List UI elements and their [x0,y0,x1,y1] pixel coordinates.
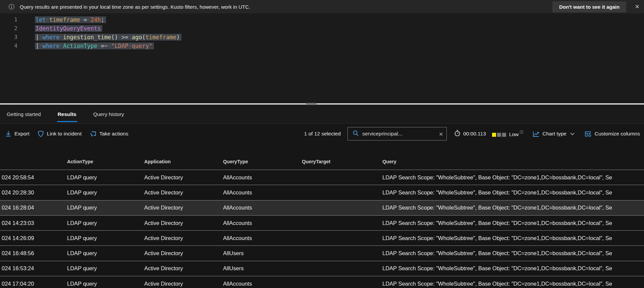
cell-querytype: AllAccounts [223,205,302,211]
take-actions-icon [90,131,96,137]
resource-info-icon[interactable]: ⓘ [520,130,523,135]
take-actions-label: Take actions [99,131,128,137]
code-token: · [80,16,84,23]
selection-highlight: |·where·ActionType·=~·"LDAP·query" [35,43,154,49]
code-token: · [108,43,111,49]
code-line[interactable]: 3|·where·ingestion_time()·>=·ago(timefra… [0,33,644,42]
cell-querytype: AllAccounts [223,189,302,196]
code-token: where [43,34,60,41]
splitter-drag-handle[interactable] [306,103,317,105]
usage-square-2 [497,133,501,137]
search-icon [353,130,359,138]
timer-value: 00:00.113 [463,131,486,137]
code-token: ActionType [63,43,97,49]
table-header: ActionType Application QueryType QueryTa… [0,144,644,170]
cell-timestamp: 024 16:48:56 [0,250,67,256]
tab-getting-started[interactable]: Getting started [6,107,42,122]
query-duration: 00:00.113 [454,130,486,138]
code-token: | [36,34,39,41]
export-label: Export [14,131,30,137]
column-header-application[interactable]: Application [144,159,223,164]
code-token: () [111,34,118,41]
code-token: · [39,34,42,41]
results-toolbar: Export Link to incident Take actions 1 o… [0,124,644,144]
tab-results[interactable]: Results [57,107,77,122]
code-token: · [118,34,121,41]
code-token: | [36,43,39,49]
close-icon[interactable]: × [635,3,639,10]
tab-query-history[interactable]: Query history [93,107,125,122]
cell-actiontype: LDAP query [67,250,144,256]
table-row[interactable]: 024 20:28:30 LDAP query Active Directory… [0,185,644,200]
cell-actiontype: LDAP query [67,189,144,196]
cell-query: LDAP Search Scope: "WholeSubtree", Base … [382,205,644,211]
column-header-querytarget[interactable]: QueryTarget [302,159,382,164]
code-token: ( [142,34,145,41]
cell-timestamp: 024 20:28:30 [0,189,67,196]
cell-actiontype: LDAP query [67,235,144,241]
cell-query: LDAP Search Scope: "WholeSubtree", Base … [382,265,644,272]
cell-query: LDAP Search Scope: "WholeSubtree", Base … [382,235,644,241]
cell-querytype: AllUsers [223,265,302,272]
cell-timestamp: 024 16:53:24 [0,265,67,272]
chart-type-button[interactable]: Chart type [533,131,575,137]
clear-search-icon[interactable]: × [439,130,443,137]
table-row[interactable]: 024 17:04:20 LDAP query Active Directory… [0,276,644,288]
cell-application: Active Directory [144,189,223,196]
code-token: "LDAP·query" [111,43,152,49]
code-line[interactable]: 1let·timeframe·=·24h; [0,15,644,24]
cell-actiontype: LDAP query [67,205,144,211]
cell-application: Active Directory [144,174,223,181]
results-search-box[interactable]: × [347,127,447,140]
selection-highlight: IdentityQueryEvents [35,25,102,32]
column-header-timestamp[interactable] [0,159,67,164]
code-token: 24h [91,16,101,23]
line-number: 4 [0,42,25,50]
code-token: = [84,16,87,23]
code-token: timeframe [49,16,80,23]
cell-querytype: AllAccounts [223,281,302,287]
cell-application: Active Directory [144,250,223,256]
code-token: =~ [101,43,108,49]
info-icon: ⓘ [9,4,14,10]
customize-columns-icon [585,131,592,137]
code-text: |·where·ingestion_time()·>=·ago(timefram… [35,33,181,42]
link-to-incident-label: Link to incident [47,131,82,137]
table-row[interactable]: 024 16:28:04 LDAP query Active Directory… [0,200,644,215]
chevron-down-icon [570,132,575,135]
table-row[interactable]: 024 16:53:24 LDAP query Active Directory… [0,261,644,276]
selection-status: 1 of 12 selected [304,131,341,137]
table-row[interactable]: 024 16:48:56 LDAP query Active Directory… [0,245,644,261]
cell-query: LDAP Search Scope: "WholeSubtree", Base … [382,220,644,226]
cell-application: Active Directory [144,205,223,211]
cell-application: Active Directory [144,281,223,287]
code-token: · [46,16,49,23]
table-row[interactable]: 024 14:23:03 LDAP query Active Directory… [0,215,644,230]
shield-icon [38,130,44,137]
export-button[interactable]: Export [5,131,30,137]
cell-timestamp: 024 17:04:20 [0,281,67,287]
selection-highlight: let·timeframe·=·24h; [35,16,106,23]
column-header-actiontype[interactable]: ActionType [67,159,144,164]
code-line[interactable]: 4|·where·ActionType·=~·"LDAP·query" [0,42,644,50]
code-token: >= [121,34,128,41]
search-input[interactable] [362,131,436,137]
take-actions-button[interactable]: Take actions [90,131,128,137]
code-token: · [39,43,42,49]
code-line[interactable]: 2IdentityQueryEvents [0,24,644,33]
dismiss-banner-button[interactable]: Don't want to see it again [552,1,626,12]
link-to-incident-button[interactable]: Link to incident [38,130,82,137]
code-text: |·where·ActionType·=~·"LDAP·query" [35,42,154,50]
chart-type-label: Chart type [542,131,567,137]
code-token: · [87,16,91,23]
customize-columns-button[interactable]: Customize columns [585,131,640,137]
query-editor[interactable]: 1let·timeframe·=·24h;2IdentityQueryEvent… [0,13,644,103]
usage-square-3 [502,133,506,137]
table-row[interactable]: 024 20:58:54 LDAP query Active Directory… [0,170,644,185]
table-row[interactable]: 024 14:26:09 LDAP query Active Directory… [0,230,644,245]
code-token: · [97,43,101,49]
code-token: IdentityQueryEvents [36,25,101,32]
resource-usage-squares [492,133,506,137]
column-header-querytype[interactable]: QueryType [223,159,302,164]
column-header-query[interactable]: Query [382,159,644,164]
